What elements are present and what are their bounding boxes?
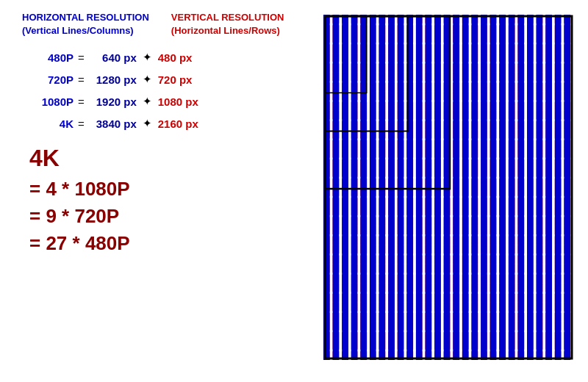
grid-canvas (323, 15, 573, 360)
res-vertical: 1080 px (158, 96, 198, 108)
res-label: 1080P (29, 96, 74, 108)
res-horizontal: 640 px (89, 51, 137, 64)
formula-title: 4K (29, 145, 294, 172)
res-star: ✦ (143, 51, 152, 64)
res-label: 720P (29, 73, 74, 86)
res-star: ✦ (143, 117, 152, 130)
res-vertical: 720 px (158, 73, 193, 86)
vertical-header: VERTICAL RESOLUTION (Horizontal Lines/Ro… (171, 11, 284, 37)
res-label: 480P (29, 51, 74, 64)
left-panel: HORIZONTAL RESOLUTION (Vertical Lines/Co… (22, 11, 294, 259)
res-horizontal: 1280 px (89, 73, 137, 86)
formula-line2: = 9 * 720P (29, 205, 294, 228)
resolution-row: 4K = 3840 px ✦ 2160 px (29, 117, 294, 130)
grid-visualization (323, 15, 573, 360)
header-row: HORIZONTAL RESOLUTION (Vertical Lines/Co… (22, 11, 294, 37)
res-star: ✦ (143, 95, 152, 108)
resolution-row: 480P = 640 px ✦ 480 px (29, 51, 294, 64)
res-equals: = (78, 96, 85, 108)
res-vertical: 2160 px (158, 118, 198, 130)
res-horizontal: 1920 px (89, 96, 137, 108)
horizontal-title: HORIZONTAL RESOLUTION (22, 11, 149, 24)
res-equals: = (78, 51, 85, 64)
formula-line1: = 4 * 1080P (29, 178, 294, 201)
vertical-subtitle: (Horizontal Lines/Rows) (171, 24, 284, 37)
formula-line3: = 27 * 480P (29, 232, 294, 255)
horizontal-subtitle: (Vertical Lines/Columns) (22, 24, 149, 37)
vertical-title: VERTICAL RESOLUTION (171, 11, 284, 24)
resolution-row: 1080P = 1920 px ✦ 1080 px (29, 95, 294, 108)
resolution-row: 720P = 1280 px ✦ 720 px (29, 73, 294, 86)
formula-section: 4K = 4 * 1080P = 9 * 720P = 27 * 480P (29, 145, 294, 255)
res-equals: = (78, 118, 85, 130)
res-star: ✦ (143, 73, 152, 86)
res-vertical: 480 px (158, 51, 193, 64)
res-horizontal: 3840 px (89, 118, 137, 130)
resolution-table: 480P = 640 px ✦ 480 px 720P = 1280 px ✦ … (29, 51, 294, 130)
res-equals: = (78, 73, 85, 86)
horizontal-header: HORIZONTAL RESOLUTION (Vertical Lines/Co… (22, 11, 149, 37)
res-label: 4K (29, 118, 74, 130)
